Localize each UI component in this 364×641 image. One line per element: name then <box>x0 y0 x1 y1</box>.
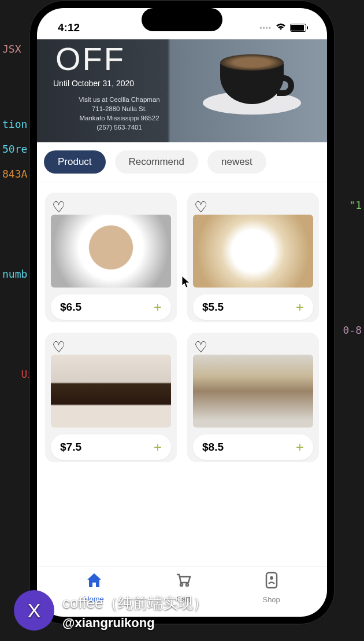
wifi-icon <box>275 22 287 34</box>
category-tabs: Product Recommend newest <box>37 142 327 182</box>
product-image <box>193 215 313 288</box>
add-button[interactable]: + <box>154 440 162 454</box>
product-image <box>51 355 171 428</box>
promo-headline: OFF <box>55 43 188 75</box>
heart-icon[interactable]: ♡ <box>52 338 65 356</box>
product-card[interactable]: ♡ $7.5 + <box>45 333 177 462</box>
cellular-icon: •••• <box>259 24 272 32</box>
screen: 4:12 •••• OFF Until October 31, 2020 Vis… <box>37 8 327 617</box>
notch <box>142 8 222 31</box>
promo-banner[interactable]: OFF Until October 31, 2020 Visit us at C… <box>37 39 327 142</box>
product-image <box>51 215 171 288</box>
heart-icon[interactable]: ♡ <box>194 338 207 356</box>
tab-product[interactable]: Product <box>44 150 106 174</box>
product-card[interactable]: ♡ $6.5 + <box>45 193 177 322</box>
price-pill: $8.5 + <box>193 434 313 460</box>
video-title: coffee（纯前端实现） <box>62 593 208 613</box>
price-pill: $6.5 + <box>51 294 171 320</box>
product-card[interactable]: ♡ $8.5 + <box>187 333 319 462</box>
editor-background-right: "1 0-8 <box>340 156 364 641</box>
product-grid: ♡ $6.5 + ♡ $5.5 + ♡ <box>37 182 327 480</box>
coffee-cup-image <box>206 57 298 115</box>
product-card[interactable]: ♡ $5.5 + <box>187 193 319 322</box>
avatar[interactable]: X <box>14 590 54 631</box>
price-label: $8.5 <box>202 441 224 454</box>
price-pill: $7.5 + <box>51 434 171 460</box>
price-label: $5.5 <box>202 301 224 314</box>
promo-date: Until October 31, 2020 <box>53 79 188 88</box>
video-overlay: X coffee（纯前端实现） @xiangruikong <box>0 584 364 641</box>
add-button[interactable]: + <box>296 300 304 314</box>
svg-point-1 <box>270 576 273 580</box>
product-image <box>193 355 313 428</box>
promo-address: Visit us at Cecilia Chapman 711-2880 Nul… <box>51 95 188 132</box>
battery-icon <box>290 24 306 32</box>
tab-newest[interactable]: newest <box>207 150 266 174</box>
author-handle[interactable]: @xiangruikong <box>62 616 208 631</box>
heart-icon[interactable]: ♡ <box>194 198 207 216</box>
status-time: 4:12 <box>58 21 80 34</box>
price-label: $6.5 <box>60 301 81 314</box>
heart-icon[interactable]: ♡ <box>52 198 65 216</box>
price-label: $7.5 <box>60 441 81 454</box>
tab-recommend[interactable]: Recommend <box>115 150 198 174</box>
add-button[interactable]: + <box>154 300 162 314</box>
price-pill: $5.5 + <box>193 294 313 320</box>
phone-frame: 4:12 •••• OFF Until October 31, 2020 Vis… <box>29 0 335 625</box>
add-button[interactable]: + <box>296 440 304 454</box>
